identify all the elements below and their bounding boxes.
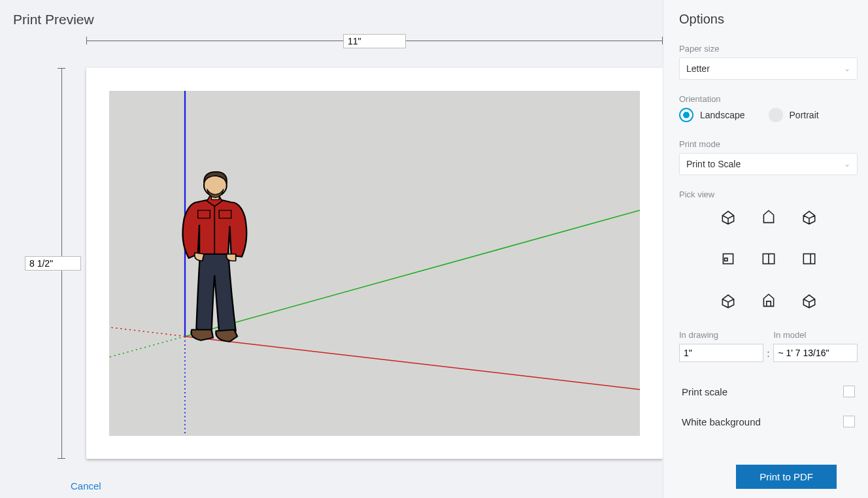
in-drawing-input[interactable] (679, 344, 763, 362)
ruler-vertical (52, 68, 71, 459)
svg-line-2 (185, 210, 640, 337)
chevron-down-icon: ⌄ (844, 64, 850, 73)
print-mode-select[interactable]: Print to Scale ⌄ (679, 153, 858, 175)
viewport-svg (109, 91, 640, 436)
orientation-portrait-radio[interactable]: Portrait (769, 108, 819, 122)
in-model-input[interactable] (773, 344, 858, 362)
view-top-button[interactable] (755, 203, 782, 231)
svg-line-4 (185, 337, 640, 390)
cancel-button[interactable]: Cancel (71, 480, 101, 491)
paper-size-select[interactable]: Letter ⌄ (679, 58, 858, 80)
svg-line-5 (109, 322, 185, 336)
view-iso-right-button[interactable] (795, 203, 823, 231)
white-bg-checkbox[interactable] (843, 416, 855, 427)
paper-size-value: Letter (686, 63, 710, 74)
orientation-landscape-radio[interactable]: Landscape (679, 108, 745, 122)
orientation-portrait-label: Portrait (790, 110, 819, 120)
pick-view-label: Pick view (679, 190, 858, 199)
orientation-landscape-label: Landscape (700, 110, 745, 120)
view-right-button[interactable] (795, 245, 823, 273)
paper-height-input[interactable] (25, 256, 81, 271)
svg-rect-12 (724, 258, 727, 261)
scale-ratio-colon: : (767, 348, 770, 362)
chevron-down-icon: ⌄ (844, 159, 850, 169)
model-viewport (109, 91, 640, 436)
view-front-button[interactable] (714, 245, 742, 273)
options-panel: Options Paper size Letter ⌄ Orientation … (663, 0, 868, 498)
orientation-label: Orientation (679, 94, 858, 104)
print-mode-value: Print to Scale (686, 159, 741, 169)
paper-width-input[interactable] (343, 34, 406, 48)
print-to-pdf-button[interactable]: Print to PDF (736, 465, 837, 489)
in-drawing-label: In drawing (679, 330, 763, 340)
options-title: Options (679, 12, 858, 27)
page-title: Print Preview (13, 12, 650, 27)
view-front-ortho-button[interactable] (755, 245, 782, 273)
view-iso-back-right-button[interactable] (795, 287, 823, 314)
person-figure (183, 172, 247, 342)
radio-dot-icon (769, 108, 783, 122)
paper-size-label: Paper size (679, 44, 858, 54)
svg-line-3 (109, 337, 185, 370)
view-iso-button[interactable] (714, 203, 742, 231)
radio-dot-icon (679, 108, 693, 122)
svg-rect-15 (803, 254, 814, 263)
ruler-horizontal (86, 31, 663, 50)
in-model-label: In model (773, 330, 858, 340)
paper-preview (86, 68, 663, 459)
preview-area (13, 31, 663, 459)
view-back-button[interactable] (755, 287, 782, 314)
view-iso-back-left-button[interactable] (714, 287, 742, 314)
print-mode-label: Print mode (679, 139, 858, 149)
print-scale-checkbox[interactable] (843, 386, 855, 397)
white-bg-label: White background (682, 416, 761, 427)
print-scale-label: Print scale (682, 386, 727, 397)
